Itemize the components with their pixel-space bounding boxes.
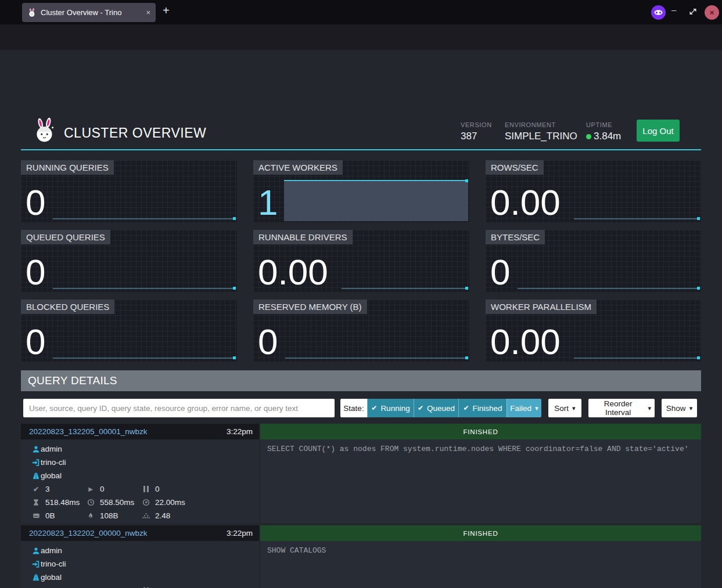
stat-value: 0.00 <box>490 186 561 220</box>
sparkline-dot <box>697 356 700 359</box>
stat-completed-splits: 3 <box>45 485 50 493</box>
road-resource-group-icon <box>31 573 41 582</box>
trino-page: CLUSTER OVERVIEW VERSION 387 ENVIRONMENT… <box>0 50 722 588</box>
sparkline <box>574 218 699 219</box>
window-minimize-button[interactable]: – <box>671 5 676 15</box>
window-close-button[interactable]: × <box>705 5 719 20</box>
query-status-badge: FINISHED <box>260 424 701 439</box>
sparkline-dot <box>465 287 468 290</box>
sparkline <box>342 288 468 289</box>
cumulative-memory-chart-icon <box>141 511 150 521</box>
stat-value: 0 <box>26 325 45 359</box>
stat-card-runnable-drivers: RUNNABLE DRIVERS 0.00 <box>253 230 469 292</box>
stat-label: ACTIVE WORKERS <box>253 160 343 175</box>
sparkline-dot <box>465 356 468 359</box>
check-icon: ✔ <box>371 404 377 412</box>
query-status-badge: FINISHED <box>260 525 701 541</box>
current-memory-disk-icon <box>31 511 41 521</box>
query-time: 3:22pm <box>227 427 253 436</box>
check-icon: ✔ <box>463 404 469 412</box>
new-tab-button[interactable]: + <box>163 4 170 17</box>
show-dropdown[interactable]: Show ▾ <box>662 399 697 417</box>
query-source: trino-cli <box>41 560 66 568</box>
chevron-down-icon: ▾ <box>689 405 693 412</box>
query-summary: admin trino-cli global ✔1 ▶0 0 626.37ms … <box>21 541 259 588</box>
stat-cumulative-memory: 2.48 <box>155 511 170 520</box>
sparkline <box>574 358 699 359</box>
stat-card-rows-sec: ROWS/SEC 0.00 <box>486 160 701 222</box>
sparkline <box>53 288 235 289</box>
stat-label: QUEUED QUERIES <box>21 230 110 244</box>
sign-in-source-icon <box>31 560 41 569</box>
query-id-link[interactable]: 20220823_132205_00001_nwbzk <box>29 427 227 436</box>
sort-dropdown[interactable]: Sort ▾ <box>548 399 581 417</box>
stat-value: 0.00 <box>490 325 561 359</box>
uptime-label: UPTIME <box>586 121 612 128</box>
stat-card-bytes-sec: BYTES/SEC 0 <box>486 230 701 292</box>
filter-finished-button[interactable]: ✔ Finished <box>458 399 507 417</box>
filter-queued-button[interactable]: ✔ Queued <box>414 399 458 417</box>
cpu-time-clock-icon <box>86 498 95 507</box>
query-user: admin <box>41 445 62 453</box>
filter-failed-dropdown[interactable]: Failed ▾ <box>507 399 541 417</box>
stat-value: 0 <box>258 325 278 359</box>
search-input[interactable] <box>23 399 335 417</box>
query-header: 20220823_132205_00001_nwbzk 3:22pm <box>21 424 259 439</box>
stat-cpu-time: 558.50ms <box>100 498 134 507</box>
stat-value: 1 <box>258 186 278 220</box>
sparkline-dot <box>697 287 700 290</box>
stat-wall-time: 518.48ms <box>45 498 80 507</box>
running-splits-icon: ▶ <box>86 586 95 588</box>
stat-value: 0 <box>26 255 45 290</box>
environment-value: SIMPLE_TRINO <box>505 131 577 142</box>
sparkline-area <box>284 180 468 221</box>
trino-logo <box>33 117 57 144</box>
uptime-value: 3.84m <box>586 131 621 142</box>
query-header: 20220823_132202_00000_nwbzk 3:22pm <box>21 525 259 541</box>
check-icon: ✔ <box>418 404 423 412</box>
execution-time-gauge-icon <box>141 498 150 507</box>
logout-button[interactable]: Log Out <box>637 120 680 142</box>
running-splits-icon: ▶ <box>86 485 95 494</box>
road-resource-group-icon <box>31 471 41 481</box>
version-value: 387 <box>461 131 477 142</box>
sparkline-dot <box>233 287 236 290</box>
query-resource-group: global <box>41 471 62 480</box>
query-source: trino-cli <box>41 458 66 467</box>
sparkline-dot <box>233 217 236 220</box>
sparkline <box>53 358 235 359</box>
sign-in-source-icon <box>31 458 41 467</box>
stat-peak-memory: 108B <box>100 511 118 520</box>
stat-card-reserved-memory: RESERVED MEMORY (B) 0 <box>253 300 469 362</box>
stat-label: RESERVED MEMORY (B) <box>253 300 367 314</box>
window-restore-button[interactable] <box>689 8 697 16</box>
query-id-link[interactable]: 20220823_132202_00000_nwbzk <box>29 529 227 538</box>
stat-current-memory: 0B <box>45 511 55 520</box>
query-summary: admin trino-cli global ✔3 ▶0 0 518.48ms … <box>21 439 259 523</box>
sparkline <box>53 218 235 219</box>
header-divider <box>21 149 701 150</box>
private-browsing-icon <box>651 5 666 20</box>
stat-value: 0.00 <box>258 255 328 290</box>
stat-label: WORKER PARALLELISM <box>486 300 597 314</box>
state-label: State: <box>340 399 367 417</box>
browser-tab[interactable]: Cluster Overview - Trino × <box>22 3 156 22</box>
queued-splits-icon <box>141 586 150 588</box>
chevron-down-icon: ▾ <box>535 405 538 412</box>
uptime-status-dot <box>586 134 591 139</box>
stat-card-worker-parallelism: WORKER PARALLELISM 0.00 <box>486 300 701 362</box>
sparkline <box>285 358 468 359</box>
chevron-down-icon: ▾ <box>572 405 576 412</box>
filter-running-button[interactable]: ✔ Running <box>367 399 414 417</box>
stat-label: RUNNABLE DRIVERS <box>253 230 353 244</box>
query-sql-text: SELECT COUNT(*) as nodes FROM system.run… <box>260 439 701 523</box>
tab-close-icon[interactable]: × <box>146 8 150 17</box>
user-icon <box>31 445 41 454</box>
completed-splits-icon: ✔ <box>31 485 41 494</box>
reorder-interval-dropdown[interactable]: Reorder Interval ▾ <box>588 399 655 417</box>
stat-queued-splits: 0 <box>155 485 160 493</box>
query-user: admin <box>41 546 62 555</box>
chevron-down-icon: ▾ <box>648 405 651 412</box>
stat-label: BLOCKED QUERIES <box>21 300 114 314</box>
stat-card-running-queries: RUNNING QUERIES 0 <box>21 160 237 222</box>
